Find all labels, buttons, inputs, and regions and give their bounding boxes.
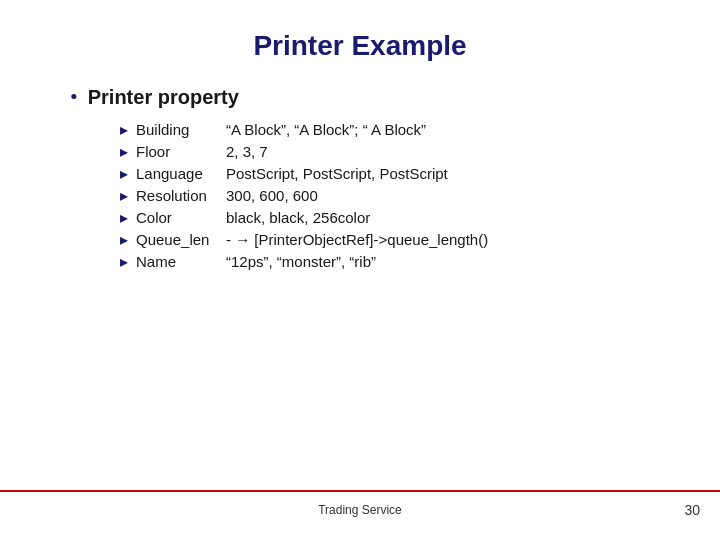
sub-item-value: “12ps”, “monster”, “rib” bbox=[226, 253, 376, 270]
sub-item-label: Name bbox=[136, 253, 226, 270]
list-item: ▸Floor2, 3, 7 bbox=[120, 142, 670, 161]
sub-item-value: 300, 600, 600 bbox=[226, 187, 318, 204]
sub-item-label: Queue_len bbox=[136, 231, 226, 248]
content-area: • Printer property ▸Building“A Block”, “… bbox=[50, 86, 670, 271]
sub-bullet-icon: ▸ bbox=[120, 120, 128, 139]
sub-bullet-icon: ▸ bbox=[120, 186, 128, 205]
page-number: 30 bbox=[620, 502, 700, 518]
sub-list: ▸Building“A Block”, “A Block”; “ A Block… bbox=[70, 120, 670, 271]
sub-item-value: black, black, 256color bbox=[226, 209, 370, 226]
sub-item-label: Color bbox=[136, 209, 226, 226]
list-item: ▸Name“12ps”, “monster”, “rib” bbox=[120, 252, 670, 271]
sub-bullet-icon: ▸ bbox=[120, 142, 128, 161]
list-item: ▸Queue_len- → [PrinterObjectRef]->queue_… bbox=[120, 230, 670, 249]
main-bullet-label: Printer property bbox=[88, 86, 239, 109]
sub-item-label: Floor bbox=[136, 143, 226, 160]
sub-item-label: Building bbox=[136, 121, 226, 138]
sub-bullet-icon: ▸ bbox=[120, 252, 128, 271]
sub-item-label: Language bbox=[136, 165, 226, 182]
list-item: ▸LanguagePostScript, PostScript, PostScr… bbox=[120, 164, 670, 183]
main-bullet-dot: • bbox=[70, 84, 78, 110]
sub-item-label: Resolution bbox=[136, 187, 226, 204]
list-item: ▸Colorblack, black, 256color bbox=[120, 208, 670, 227]
list-item: ▸Resolution300, 600, 600 bbox=[120, 186, 670, 205]
sub-item-value: PostScript, PostScript, PostScript bbox=[226, 165, 448, 182]
sub-bullet-icon: ▸ bbox=[120, 164, 128, 183]
slide-title: Printer Example bbox=[50, 30, 670, 62]
sub-item-value: 2, 3, 7 bbox=[226, 143, 268, 160]
slide: Printer Example • Printer property ▸Buil… bbox=[0, 0, 720, 540]
sub-item-value: - → [PrinterObjectRef]->queue_length() bbox=[226, 231, 488, 248]
footer: Trading Service 30 bbox=[0, 502, 720, 518]
footer-center: Trading Service bbox=[318, 503, 402, 517]
sub-bullet-icon: ▸ bbox=[120, 208, 128, 227]
sub-bullet-icon: ▸ bbox=[120, 230, 128, 249]
list-item: ▸Building“A Block”, “A Block”; “ A Block… bbox=[120, 120, 670, 139]
footer-line bbox=[0, 490, 720, 492]
main-bullet: • Printer property bbox=[70, 86, 670, 110]
sub-item-value: “A Block”, “A Block”; “ A Block” bbox=[226, 121, 426, 138]
